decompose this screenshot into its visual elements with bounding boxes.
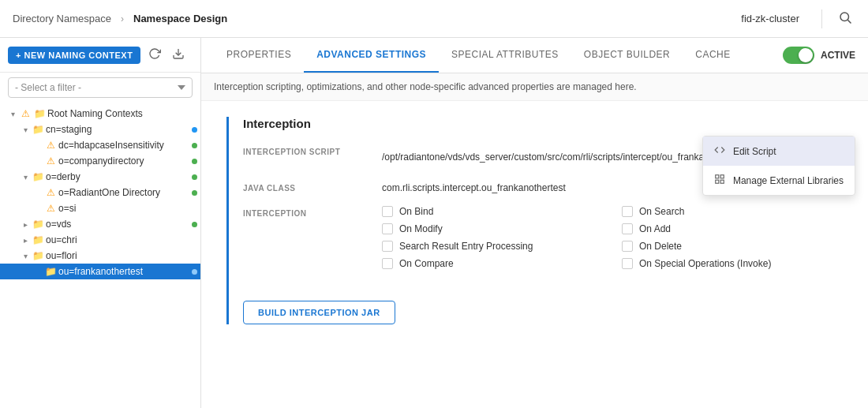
- dropdown-menu: Edit Script Manage External Libraries: [702, 136, 855, 196]
- warning-icon: ⚠: [44, 203, 57, 214]
- tree-label-o-derby: o=derby: [46, 171, 189, 182]
- tree-item-o-vds[interactable]: 📁 o=vds: [0, 216, 200, 232]
- svg-line-1: [847, 20, 851, 23]
- status-dot: [192, 269, 197, 275]
- tree-toggle-o-vds[interactable]: [19, 220, 32, 229]
- interception-row: INTERCEPTION On Bind On Search On Mod: [243, 206, 849, 269]
- svg-rect-5: [716, 180, 719, 183]
- on-bind-checkbox[interactable]: [382, 206, 393, 217]
- dropdown-item-edit-script[interactable]: Edit Script: [703, 137, 855, 166]
- search-result-checkbox[interactable]: [382, 241, 393, 252]
- tree-item-o-derby[interactable]: 📁 o=derby: [0, 169, 200, 185]
- folder-icon: 📁: [32, 219, 44, 230]
- sidebar-toolbar: + NEW NAMING CONTEXT: [0, 38, 200, 73]
- on-compare-label: On Compare: [399, 258, 454, 269]
- tree-item-o-company[interactable]: ⚠ o=companydirectory: [0, 153, 200, 169]
- status-dot: [192, 127, 197, 133]
- tree-item-dc-hdap[interactable]: ⚠ dc=hdapcaseInsensitivity: [0, 137, 200, 153]
- tab-advanced-settings[interactable]: ADVANCED SETTINGS: [304, 38, 439, 73]
- tree-label-o-vds: o=vds: [46, 219, 189, 230]
- folder-icon: 📁: [32, 234, 44, 245]
- tree-item-ou-chri[interactable]: 📁 ou=chri: [0, 232, 200, 248]
- tree-item-o-si[interactable]: ⚠ o=si: [0, 200, 200, 216]
- active-label: ACTIVE: [821, 50, 855, 61]
- tree-label-ou-chri: ou=chri: [46, 234, 197, 245]
- tree-item-o-radiantone[interactable]: ⚠ o=RadiantOne Directory: [0, 185, 200, 200]
- on-bind-label: On Bind: [399, 206, 433, 217]
- refresh-button[interactable]: [145, 44, 164, 66]
- export-button[interactable]: [169, 44, 188, 66]
- tree-toggle-root[interactable]: [6, 110, 19, 118]
- tree-item-ou-frank[interactable]: 📁 ou=frankanothertest: [0, 264, 200, 279]
- tree-label-cn-staging: cn=staging: [46, 124, 189, 135]
- java-class-text: com.rli.scripts.intercept.ou_frankanothe…: [382, 182, 566, 193]
- checkbox-on-special: On Special Operations (Invoke): [622, 258, 849, 269]
- svg-rect-4: [720, 175, 724, 178]
- tree-label-o-radiantone: o=RadiantOne Directory: [58, 187, 189, 198]
- on-add-checkbox[interactable]: [622, 223, 633, 234]
- tree: ⚠ 📁 Root Naming Contexts 📁 cn=staging ⚠ …: [0, 103, 200, 408]
- sidebar: + NEW NAMING CONTEXT - Select a filter -…: [0, 38, 201, 408]
- folder-icon: 📁: [33, 108, 46, 119]
- content-area: Interception INTERCEPTION SCRIPT /opt/ra…: [201, 101, 868, 340]
- breadcrumb-current: Namespace Design: [133, 13, 227, 24]
- manage-libraries-label: Manage External Libraries: [733, 175, 844, 186]
- breadcrumb-parent[interactable]: Directory Namespace: [13, 13, 111, 24]
- tab-cache[interactable]: CACHE: [683, 38, 743, 73]
- tabs-bar: PROPERTIES ADVANCED SETTINGS SPECIAL ATT…: [201, 38, 868, 73]
- svg-point-0: [840, 13, 849, 21]
- folder-icon: 📁: [32, 171, 44, 182]
- tree-toggle-o-derby[interactable]: [19, 173, 32, 182]
- folder-icon: 📁: [32, 124, 44, 135]
- status-dot: [192, 222, 197, 227]
- tree-toggle-ou-chri[interactable]: [19, 236, 32, 245]
- checkbox-search-result: Search Result Entry Processing: [382, 241, 609, 252]
- on-special-label: On Special Operations (Invoke): [639, 258, 771, 269]
- svg-rect-6: [720, 180, 724, 183]
- on-delete-checkbox[interactable]: [622, 241, 633, 252]
- dropdown-item-manage-libraries[interactable]: Manage External Libraries: [703, 166, 855, 195]
- checkbox-on-add: On Add: [622, 223, 849, 234]
- warning-icon: ⚠: [44, 140, 57, 151]
- tree-label-o-si: o=si: [58, 203, 197, 214]
- status-dot: [192, 143, 197, 148]
- tree-item-ou-flori[interactable]: 📁 ou=flori: [0, 248, 200, 264]
- checkbox-on-modify: On Modify: [382, 223, 609, 234]
- folder-special-icon: 📁: [32, 250, 44, 261]
- tree-toggle-cn-staging[interactable]: [19, 125, 32, 134]
- checkbox-grid: On Bind On Search On Modify On Add: [382, 206, 849, 269]
- tab-properties[interactable]: PROPERTIES: [214, 38, 304, 73]
- on-compare-checkbox[interactable]: [382, 258, 393, 269]
- cluster-name: fid-zk-cluster: [741, 13, 799, 24]
- main-layout: + NEW NAMING CONTEXT - Select a filter -…: [0, 38, 868, 408]
- folder-special-icon: 📁: [44, 266, 57, 277]
- edit-script-label: Edit Script: [733, 146, 776, 157]
- on-search-checkbox[interactable]: [622, 206, 633, 217]
- breadcrumb-separator: ›: [121, 13, 124, 24]
- tab-special-attributes[interactable]: SPECIAL ATTRIBUTES: [439, 38, 571, 73]
- active-toggle[interactable]: [783, 47, 814, 64]
- status-dot: [192, 159, 197, 164]
- filter-select[interactable]: - Select a filter -: [8, 77, 193, 98]
- tabs-right: ACTIVE: [783, 47, 855, 64]
- on-special-checkbox[interactable]: [622, 258, 633, 269]
- on-modify-checkbox[interactable]: [382, 223, 393, 234]
- build-interception-jar-button[interactable]: BUILD INTERCEPTION JAR: [243, 301, 395, 324]
- new-naming-context-button[interactable]: + NEW NAMING CONTEXT: [8, 47, 140, 64]
- svg-rect-3: [716, 175, 719, 178]
- tree-item-cn-staging[interactable]: 📁 cn=staging: [0, 122, 200, 137]
- search-button[interactable]: [835, 7, 855, 30]
- warning-icon: ⚠: [44, 155, 57, 167]
- tree-item-root[interactable]: ⚠ 📁 Root Naming Contexts: [0, 106, 200, 122]
- tab-object-builder[interactable]: OBJECT BUILDER: [571, 38, 683, 73]
- library-icon: [714, 174, 725, 187]
- java-class-label: JAVA CLASS: [243, 181, 369, 193]
- on-add-label: On Add: [639, 223, 671, 234]
- on-delete-label: On Delete: [639, 241, 682, 252]
- description-bar: Interception scripting, optimizations, a…: [201, 73, 868, 101]
- tree-toggle-ou-flori[interactable]: [19, 252, 32, 260]
- on-search-label: On Search: [639, 206, 684, 217]
- checkbox-on-search: On Search: [622, 206, 849, 217]
- interception-label: INTERCEPTION: [243, 206, 369, 218]
- warning-icon: ⚠: [19, 108, 32, 119]
